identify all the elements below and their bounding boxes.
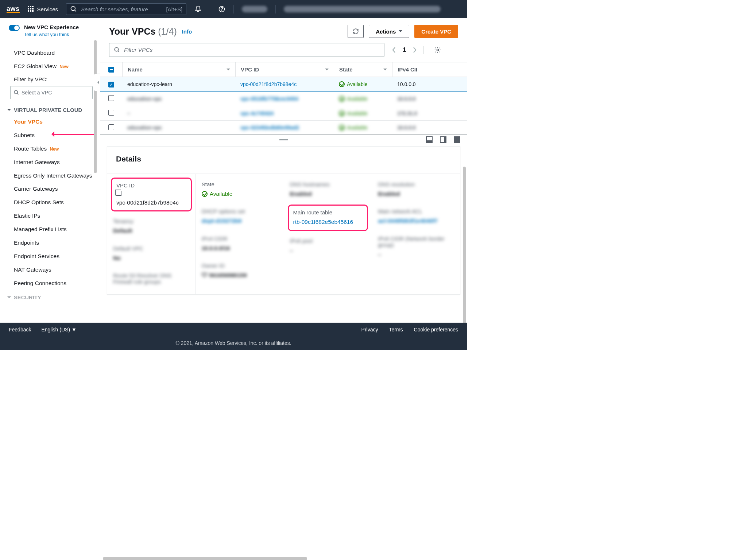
cell-vpc-id[interactable]: vpc-0234fdedb80e99ad2: [235, 125, 334, 131]
table-row[interactable]: – vpc-4c745424 Available 172.31.0: [100, 106, 467, 121]
cell-cidr: 10.0.0.0: [392, 81, 463, 87]
cookies-link[interactable]: Cookie preferences: [414, 327, 458, 332]
nav-nat-gateways[interactable]: NAT Gateways: [0, 263, 100, 277]
search-icon: [13, 90, 19, 96]
details-heading: Details: [107, 147, 460, 174]
svg-line-7: [118, 51, 119, 52]
table-row[interactable]: ✓ education-vpc-learn vpc-00d21f8d2b7b98…: [100, 77, 467, 92]
nav-route-tables[interactable]: Route Tables New: [0, 142, 100, 156]
settings-button[interactable]: [434, 46, 441, 54]
table-row[interactable]: education-vpc vpc-0234fdedb80e99ad2 Avai…: [100, 121, 467, 135]
aws-logo[interactable]: aws: [7, 5, 20, 13]
nav-peering[interactable]: Peering Connections: [0, 277, 100, 290]
create-vpc-button[interactable]: Create VPC: [414, 25, 458, 38]
svg-point-0: [71, 7, 76, 11]
next-page[interactable]: [413, 47, 417, 53]
privacy-link[interactable]: Privacy: [361, 327, 378, 332]
col-name[interactable]: Name: [128, 66, 143, 73]
grip-icon: [279, 139, 288, 140]
chevron-left-icon: [392, 47, 396, 53]
detail-dns-hostnames: DNS hostnames Enabled: [290, 181, 366, 198]
main-route-table-link[interactable]: rtb-09c1f682e5eb45616: [293, 218, 363, 226]
terms-link[interactable]: Terms: [389, 327, 403, 332]
footer: Feedback English (US) ▼ Privacy Terms Co…: [0, 323, 467, 336]
detail-main-acl: Main network ACL acl-0449fd63f1e4040f7: [378, 208, 454, 225]
info-link[interactable]: Info: [182, 28, 192, 35]
refresh-button[interactable]: [348, 25, 364, 38]
nav-vpc-dashboard[interactable]: VPC Dashboard: [0, 46, 100, 60]
help-icon[interactable]: [218, 5, 225, 13]
section-vpc-heading[interactable]: VIRTUAL PRIVATE CLOUD: [0, 103, 100, 115]
sort-icon[interactable]: [227, 69, 230, 72]
row-checkbox[interactable]: [108, 95, 114, 101]
cell-cidr: 10.0.0.0: [392, 125, 463, 131]
layout-side[interactable]: [440, 136, 446, 143]
chevron-left-icon: [96, 81, 99, 84]
nav-dhcp[interactable]: DHCP Options Sets: [0, 196, 100, 209]
svg-point-3: [222, 11, 222, 11]
nav-endpoint-services[interactable]: Endpoint Services: [0, 250, 100, 263]
check-icon: [202, 191, 208, 197]
col-state[interactable]: State: [339, 66, 353, 73]
new-experience-title: New VPC Experience: [24, 24, 79, 30]
cell-vpc-id[interactable]: vpc-0516fb7758cec9454: [235, 96, 334, 102]
nav-egress-gateways[interactable]: Egress Only Internet Gateways: [0, 169, 100, 183]
table-row[interactable]: education-vpc vpc-0516fb7758cec9454 Avai…: [100, 92, 467, 106]
nav-elastic-ips[interactable]: Elastic IPs: [0, 209, 100, 223]
language-selector[interactable]: English (US) ▼: [41, 327, 76, 332]
detail-ipv6-pool: IPv6 pool –: [290, 238, 366, 254]
actions-button[interactable]: Actions: [369, 25, 409, 38]
filter-by-vpc-label: Filter by VPC:: [0, 73, 100, 84]
pagination: 1: [392, 46, 441, 54]
select-vpc-filter[interactable]: Select a VPC: [10, 86, 93, 99]
content-scrollbar[interactable]: [463, 167, 466, 323]
content-area: Your VPCs (1/4) Info Actions Create VPC …: [100, 18, 467, 323]
nav-prefix-lists[interactable]: Managed Prefix Lists: [0, 223, 100, 236]
cell-state: Available: [339, 110, 368, 116]
region-selector[interactable]: [242, 6, 267, 12]
select-all-checkbox[interactable]: [108, 67, 114, 73]
nav-your-vpcs[interactable]: Your VPCs: [0, 115, 100, 129]
svg-point-4: [14, 90, 18, 94]
sidebar: New VPC Experience Tell us what you thin…: [0, 18, 100, 323]
feedback-link[interactable]: Tell us what you think: [24, 32, 79, 37]
nav-carrier-gateways[interactable]: Carrier Gateways: [0, 182, 100, 196]
layout-bottom[interactable]: [426, 136, 433, 143]
search-shortcut: [Alt+S]: [166, 6, 182, 12]
sidebar-scrollbar[interactable]: [94, 40, 97, 173]
sort-icon[interactable]: [383, 69, 387, 72]
row-checkbox[interactable]: ✓: [108, 82, 114, 88]
splitter[interactable]: [100, 135, 467, 144]
col-vpc-id[interactable]: VPC ID: [241, 66, 259, 73]
prev-page[interactable]: [392, 47, 396, 53]
bell-icon[interactable]: [194, 5, 202, 13]
detail-dns-resolution: DNS resolution Enabled: [378, 181, 454, 198]
copy-icon[interactable]: [116, 191, 121, 196]
feedback-link[interactable]: Feedback: [9, 327, 31, 332]
cell-name: –: [122, 110, 235, 116]
filter-vpcs-input[interactable]: Filter VPCs: [109, 43, 384, 57]
services-menu[interactable]: Services: [28, 6, 58, 12]
cell-vpc-id[interactable]: vpc-4c745424: [235, 110, 334, 116]
new-experience-toggle[interactable]: [9, 25, 20, 31]
section-security-heading[interactable]: SECURITY: [0, 290, 100, 303]
nav-internet-gateways[interactable]: Internet Gateways: [0, 156, 100, 169]
cell-state: Available: [339, 125, 368, 131]
nav-endpoints[interactable]: Endpoints: [0, 236, 100, 250]
row-checkbox[interactable]: [108, 124, 114, 130]
account-menu[interactable]: [284, 6, 441, 12]
cell-vpc-id[interactable]: vpc-00d21f8d2b7b98e4c: [235, 81, 334, 87]
layout-full[interactable]: [454, 136, 460, 143]
gear-icon: [434, 46, 441, 54]
global-search[interactable]: Search for services, feature [Alt+S]: [66, 3, 186, 15]
sidebar-collapse[interactable]: [94, 74, 100, 91]
page-title: Your VPCs (1/4): [109, 26, 177, 37]
cell-cidr: 172.31.0: [392, 110, 463, 116]
detail-ipv6-cidr: IPv6 CIDR (Network border group) –: [378, 236, 454, 258]
search-icon: [70, 5, 77, 13]
nav-ec2-global[interactable]: EC2 Global View New: [0, 60, 100, 73]
row-checkbox[interactable]: [108, 110, 114, 116]
vpc-table: Name VPC ID State IPv4 CII ✓ education-v…: [100, 62, 467, 135]
col-cidr[interactable]: IPv4 CII: [398, 66, 417, 73]
sort-icon[interactable]: [325, 69, 329, 72]
